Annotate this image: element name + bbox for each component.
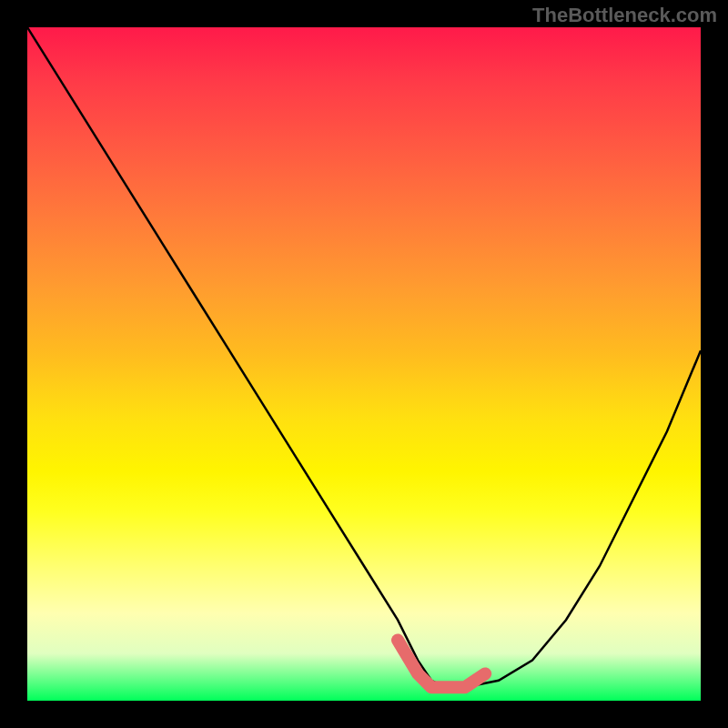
chart-plot-area (27, 27, 701, 701)
bottleneck-curve-line (27, 27, 701, 687)
site-watermark: TheBottleneck.com (532, 4, 717, 27)
chart-svg (27, 27, 701, 701)
